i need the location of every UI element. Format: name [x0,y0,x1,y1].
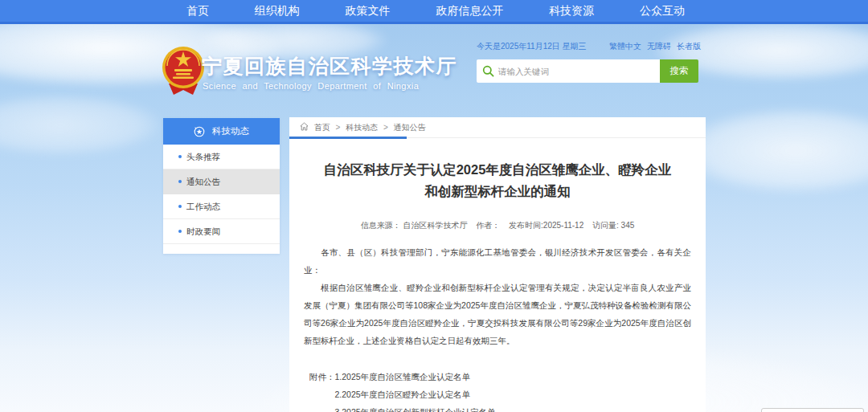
attachment-link-1[interactable]: 1.2025年度自治区雏鹰企业认定名单 [335,368,496,385]
search-input[interactable] [477,59,660,83]
home-icon [300,122,309,131]
link-traditional-chinese[interactable]: 繁體中文 [609,41,641,52]
attachment-link-3[interactable]: 3.2025年度自治区创新型标杆企业认定名单 [335,403,496,412]
nav-item-policy-documents[interactable]: 政策文件 [346,0,391,22]
meta-author: 作者： [476,221,500,230]
bullet-dot [178,155,182,158]
sidebar-item-headline-recommend[interactable]: 头条推荐 [163,145,280,169]
bullet-dot [178,205,182,208]
quick-links: 繁體中文 无障碍 长者版 [609,41,701,52]
sidebar-item-notices[interactable]: 通知公告 [163,169,280,194]
search-icon [482,65,494,77]
nav-item-organization[interactable]: 组织机构 [255,0,300,22]
bullet-dot [178,230,182,233]
article-paragraph: 根据自治区雏鹰企业、瞪羚企业和创新型标杆企业认定管理有关规定，决定认定半亩良人农… [304,279,691,349]
breadcrumb-separator: > [383,123,388,132]
sidebar: 科技动态 头条推荐 通知公告 工作动态 时政要闻 [163,118,280,254]
article-title-line2: 和创新型标杆企业的通知 [304,181,691,202]
sidebar-item-label: 时政要闻 [186,226,220,236]
top-nav-items: 首页 组织机构 政策文件 政府信息公开 科技资源 公众互动 [186,0,685,22]
breadcrumb: 首页 > 科技动态 > 通知公告 [289,117,706,138]
cloud [0,95,161,155]
attachments-label: 附件： [309,368,335,412]
main-content: 首页 > 科技动态 > 通知公告 自治区科技厅关于认定2025年度自治区雏鹰企业… [289,117,706,412]
national-emblem-icon[interactable] [161,45,206,98]
search-input-wrap [477,59,660,83]
bottom-right-widget [761,408,864,412]
meta-views: 访问量: 345 [592,221,634,230]
article-body: 各市、县（区）科技管理部门，宁东能源化工基地管委会，银川经济技术开发区管委会，各… [304,243,691,349]
breadcrumb-home[interactable]: 首页 [314,123,330,132]
link-accessibility[interactable]: 无障碍 [647,41,671,52]
article-title: 自治区科技厅关于认定2025年度自治区雏鹰企业、瞪羚企业 和创新型标杆企业的通知 [304,159,691,202]
article-meta: 信息来源： 自治区科学技术厅 作者： 发布时间:2025-11-12 访问量: … [289,220,706,231]
article-title-line1: 自治区科技厅关于认定2025年度自治区雏鹰企业、瞪羚企业 [304,159,691,181]
sidebar-item-label: 头条推荐 [186,152,220,161]
search-button[interactable]: 搜索 [660,59,698,83]
nav-item-gov-info-disclosure[interactable]: 政府信息公开 [436,0,503,22]
sidebar-header: 科技动态 [163,118,280,145]
breadcrumb-separator: > [336,123,341,132]
site-subtitle: Science and Technology Department of Nin… [203,81,434,91]
search-bar: 搜索 [477,59,698,83]
article-paragraph: 各市、县（区）科技管理部门，宁东能源化工基地管委会，银川经济技术开发区管委会，各… [304,243,691,279]
attachment-link-2[interactable]: 2.2025年度自治区瞪羚企业认定名单 [335,385,496,403]
nav-item-tech-resources[interactable]: 科技资源 [549,0,594,22]
site-title[interactable]: 宁夏回族自治区科学技术厅 [202,53,457,80]
breadcrumb-accent-bar [289,137,407,139]
top-nav-bar: 首页 组织机构 政策文件 政府信息公开 科技资源 公众互动 [0,0,868,24]
nav-item-home[interactable]: 首页 [186,0,209,22]
sidebar-item-label: 通知公告 [186,177,220,186]
link-elderly-version[interactable]: 长者版 [677,41,701,52]
breadcrumb-tech-dynamics[interactable]: 科技动态 [346,123,378,132]
breadcrumb-notices[interactable]: 通知公告 [394,123,426,132]
sidebar-item-current-politics[interactable]: 时政要闻 [163,219,280,244]
cloud [679,108,868,193]
attachments-block: 附件： 1.2025年度自治区雏鹰企业认定名单 2.2025年度自治区瞪羚企业认… [309,368,706,412]
header-meta-row: 今天是2025年11月12日 星期三 繁體中文 无障碍 长者版 [477,41,701,52]
today-date-text: 今天是2025年11月12日 星期三 [477,41,587,52]
meta-source: 信息来源： 自治区科学技术厅 [361,221,468,230]
star-circle-icon [194,126,205,137]
sidebar-item-label: 工作动态 [186,202,220,211]
sidebar-item-work-dynamics[interactable]: 工作动态 [163,194,280,219]
bullet-dot [178,180,182,183]
sidebar-header-label: 科技动态 [212,125,249,137]
page: 首页 组织机构 政策文件 政府信息公开 科技资源 公众互动 宁夏回族自治区科学技… [0,0,868,412]
attachment-items: 1.2025年度自治区雏鹰企业认定名单 2.2025年度自治区瞪羚企业认定名单 … [335,368,496,412]
nav-item-public-interaction[interactable]: 公众互动 [640,0,685,22]
meta-publish-time: 发布时间:2025-11-12 [509,221,583,230]
